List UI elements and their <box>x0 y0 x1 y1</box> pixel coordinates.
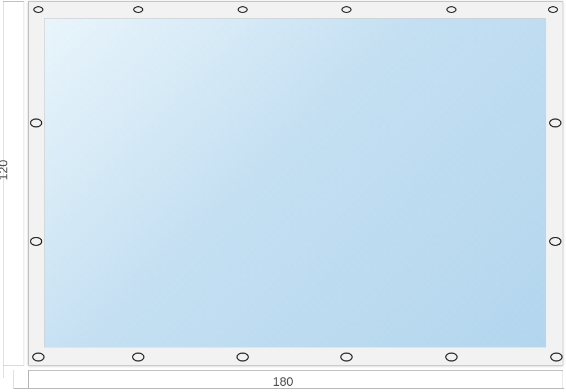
grommet-top-2 <box>238 6 248 13</box>
grommet-bottom-5 <box>550 353 563 362</box>
grommet-top-4 <box>446 6 457 13</box>
dim-vertical-tick-bottom <box>3 365 24 365</box>
grommet-bottom-3 <box>340 353 353 362</box>
grommet-top-3 <box>341 6 352 13</box>
grommet-bottom-0 <box>32 353 45 362</box>
grommet-bottom-4 <box>445 353 458 362</box>
dim-horizontal-line-inner <box>28 370 563 371</box>
grommet-right-1 <box>549 237 561 246</box>
grommet-top-1 <box>133 6 143 13</box>
tarp-inner-sheet <box>44 18 546 347</box>
dim-vertical-line-outer <box>3 1 3 378</box>
grommet-top-0 <box>33 6 43 13</box>
grommet-top-5 <box>548 6 558 13</box>
dim-vertical-tick-top <box>3 1 24 2</box>
dim-vertical-line-inner <box>24 1 24 365</box>
grommet-left-0 <box>30 118 42 127</box>
diagram-stage: 120 180 <box>0 0 566 392</box>
dim-height-label: 120 <box>0 160 11 180</box>
grommet-left-1 <box>30 237 42 246</box>
grommet-bottom-1 <box>132 353 144 362</box>
grommet-bottom-2 <box>236 353 249 362</box>
dim-width-label: 180 <box>0 375 566 389</box>
grommet-right-0 <box>549 118 561 127</box>
